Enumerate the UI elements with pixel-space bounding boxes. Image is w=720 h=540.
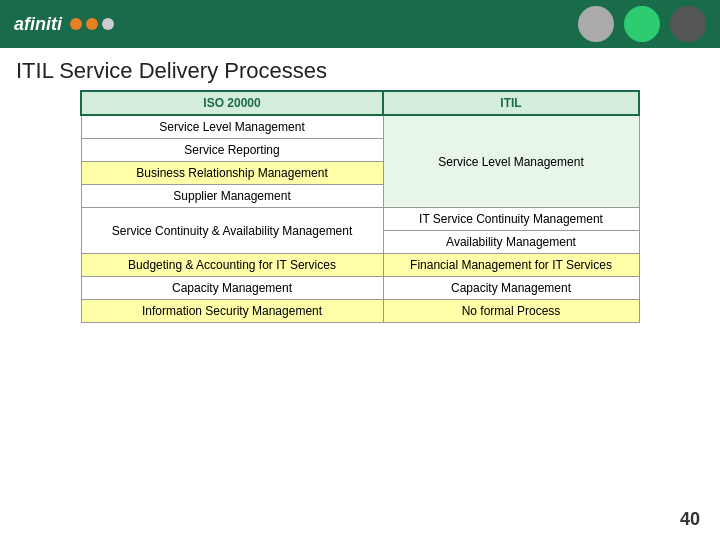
table-row: Service Continuity & Availability Manage… [81,208,639,231]
cell-slm-right: Service Level Management [383,115,639,208]
page-title: ITIL Service Delivery Processes [0,48,720,90]
logo-dot-2 [86,18,98,30]
table-row: Service Level Management Service Level M… [81,115,639,139]
header-right [578,6,706,42]
col-header-itil: ITIL [383,91,639,115]
cell-brm: Business Relationship Management [81,162,383,185]
logo-dot-3 [102,18,114,30]
table-row: Capacity Management Capacity Management [81,277,639,300]
table-row: Budgeting & Accounting for IT Services F… [81,254,639,277]
header-circle-2 [624,6,660,42]
cell-scam-left: Service Continuity & Availability Manage… [81,208,383,254]
logo-dot-1 [70,18,82,30]
cell-slm-left: Service Level Management [81,115,383,139]
cell-supplier-mgmt: Supplier Management [81,185,383,208]
table-row: Information Security Management No forma… [81,300,639,323]
cell-budgeting: Budgeting & Accounting for IT Services [81,254,383,277]
comparison-table: ISO 20000 ITIL Service Level Management … [80,90,640,323]
cell-no-formal: No formal Process [383,300,639,323]
logo-area: afiniti [14,14,114,35]
cell-capacity-left: Capacity Management [81,277,383,300]
cell-financial-mgmt: Financial Management for IT Services [383,254,639,277]
cell-capacity-right: Capacity Management [383,277,639,300]
cell-ism: Information Security Management [81,300,383,323]
header-circle-3 [670,6,706,42]
header-bar: afiniti [0,0,720,48]
logo-text: afiniti [14,14,62,35]
cell-itscm: IT Service Continuity Management [383,208,639,231]
cell-service-reporting: Service Reporting [81,139,383,162]
page-number: 40 [680,509,700,530]
header-circle-1 [578,6,614,42]
table-container: ISO 20000 ITIL Service Level Management … [0,90,720,323]
cell-avail-mgmt: Availability Management [383,231,639,254]
logo-dots [70,18,114,30]
col-header-iso: ISO 20000 [81,91,383,115]
